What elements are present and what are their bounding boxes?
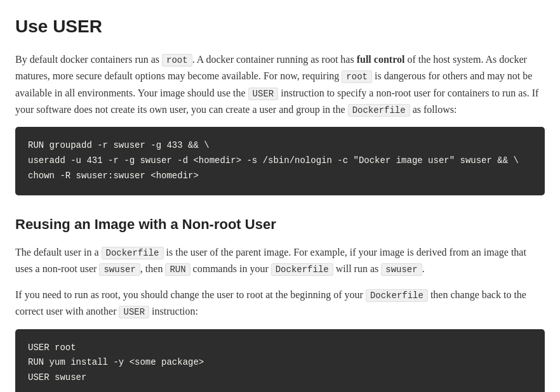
intro-text-2: . A docker container running as root has <box>192 54 357 65</box>
s2p1-text-5: will run as <box>333 263 382 274</box>
section-2-title: Reusing an Image with a Non-root User <box>15 213 545 235</box>
s2p2-end: instruction: <box>149 306 198 317</box>
intro-paragraph: By default docker containers run as root… <box>15 51 545 119</box>
inline-code-dockerfile1: Dockerfile <box>348 104 410 117</box>
inline-code-dockerfile3: Dockerfile <box>271 263 333 276</box>
code-block-1: RUN groupadd -r swuser -g 433 && \ usera… <box>15 127 545 195</box>
code-block-2: USER root RUN yum install -y <some packa… <box>15 329 545 393</box>
inline-code-swuser2: swuser <box>381 263 422 276</box>
s2p1-end: . <box>422 263 425 274</box>
intro-bold: full control <box>357 54 405 65</box>
inline-code-dockerfile4: Dockerfile <box>366 289 428 302</box>
intro-text-1: By default docker containers run as <box>15 54 162 65</box>
s2p1-text-1: The default user in a <box>15 247 102 258</box>
inline-code-user2: USER <box>119 306 149 318</box>
section2-paragraph-1: The default user in a Dockerfile is the … <box>15 244 545 278</box>
s2p2-text-1: If you need to run as root, you should c… <box>15 289 366 300</box>
intro-text-6: as follows: <box>410 104 457 115</box>
inline-code-run: RUN <box>165 263 190 276</box>
s2p1-text-4: commands in your <box>190 263 271 274</box>
inline-code-root1: root <box>162 54 192 67</box>
inline-code-root2: root <box>342 70 372 83</box>
section2-paragraph-2: If you need to run as root, you should c… <box>15 287 545 320</box>
inline-code-dockerfile2: Dockerfile <box>102 247 164 259</box>
s2p1-text-3: , then <box>140 263 166 274</box>
inline-code-swuser1: swuser <box>99 263 140 276</box>
inline-code-user: USER <box>248 88 279 100</box>
page-title: Use USER <box>15 13 545 41</box>
